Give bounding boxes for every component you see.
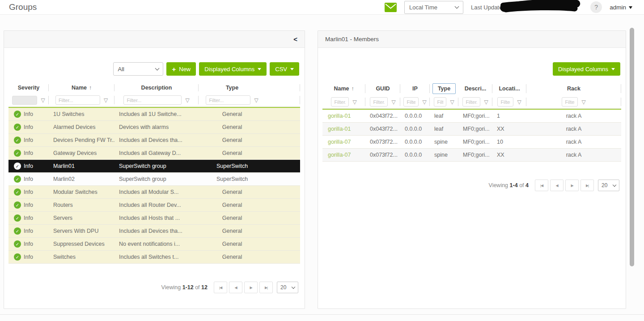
column-header-guid[interactable]: GUID: [365, 82, 400, 95]
group-type: General: [199, 134, 266, 146]
group-name: 1U Switches: [49, 108, 114, 120]
ip-filter-input[interactable]: [403, 97, 419, 107]
first-page-button[interactable]: |◀: [214, 282, 227, 293]
help-icon[interactable]: ?: [590, 1, 602, 13]
table-row[interactable]: gorilla-01 0x043f72... 0.0.0.0 leaf MF0;…: [322, 110, 621, 123]
user-name: admin: [610, 4, 626, 11]
table-row[interactable]: gorilla-07 0x073f72... 0.0.0.0 spine MF0…: [322, 136, 621, 149]
next-page-button[interactable]: ▶: [244, 282, 258, 293]
check-circle-icon: ✓: [14, 175, 21, 183]
type-filter-input[interactable]: [434, 97, 446, 107]
prev-page-button[interactable]: ◀: [229, 282, 242, 293]
group-type: SuperSwitch: [199, 160, 266, 172]
group-scope-select[interactable]: All: [113, 62, 163, 76]
table-row[interactable]: ✓Info Switches Includes all Switches t..…: [8, 251, 300, 264]
timezone-select[interactable]: Local Time: [404, 1, 463, 14]
chevron-down-icon: [629, 6, 632, 9]
group-type: General: [199, 186, 266, 198]
new-group-button[interactable]: + New: [166, 62, 196, 76]
table-row-selected[interactable]: ✓Info Marlin01 SuperSwitch group SuperSw…: [8, 160, 300, 173]
member-name-link[interactable]: gorilla-07: [322, 136, 365, 148]
chevron-down-icon: [258, 68, 261, 70]
table-row[interactable]: ✓Info Devices Pending FW Tr... Includes …: [8, 134, 300, 147]
last-page-button[interactable]: ▶|: [580, 180, 594, 191]
rack-filter-input[interactable]: [562, 97, 578, 107]
description-filter-input[interactable]: [123, 95, 182, 105]
page-size-select[interactable]: 20: [277, 282, 298, 293]
filter-funnel-icon[interactable]: ▽: [517, 99, 521, 105]
first-page-button[interactable]: |◀: [535, 180, 548, 191]
group-description: Includes all Switches t...: [114, 251, 199, 263]
column-header-severity[interactable]: Severity: [8, 82, 49, 94]
group-type: General: [199, 238, 266, 250]
filter-funnel-icon[interactable]: ▽: [581, 99, 585, 105]
csv-export-button[interactable]: CSV: [270, 62, 299, 76]
column-header-location[interactable]: Locati...: [492, 82, 526, 95]
check-circle-icon: ✓: [14, 124, 21, 131]
page-size-select[interactable]: 20: [598, 180, 619, 191]
column-header-description[interactable]: Description: [114, 82, 199, 94]
filter-funnel-icon[interactable]: ▽: [422, 99, 426, 105]
group-scope-value: All: [118, 66, 124, 73]
displayed-columns-button[interactable]: Displayed Columns: [553, 62, 620, 76]
check-circle-icon: ✓: [14, 137, 21, 144]
mail-icon[interactable]: [385, 3, 397, 12]
members-table-header: Name ↑ GUID IP Type Descri... Locati... …: [322, 82, 621, 95]
table-row[interactable]: ✓Info Marlin02 SuperSwitch group SuperSw…: [8, 173, 300, 186]
sort-ascending-icon: ↑: [89, 85, 92, 91]
member-name-link[interactable]: gorilla-07: [322, 149, 365, 161]
next-page-button[interactable]: ▶: [565, 180, 579, 191]
filter-funnel-icon[interactable]: ▽: [185, 97, 189, 103]
table-row[interactable]: ✓Info Servers Includes all Hosts that ..…: [8, 212, 300, 225]
column-header-name[interactable]: Name ↑: [49, 82, 114, 94]
column-header-type-focused[interactable]: Type: [430, 82, 458, 95]
table-row[interactable]: ✓Info Suppressed Devices No event notifi…: [8, 238, 300, 251]
member-name-link[interactable]: gorilla-01: [322, 123, 365, 135]
column-header-name[interactable]: Name ↑: [322, 82, 365, 95]
table-row[interactable]: gorilla-01 0x043f72... 0.0.0.0 leaf MF0;…: [322, 123, 621, 136]
filter-funnel-icon[interactable]: ▽: [484, 99, 488, 105]
type-filter-input[interactable]: [206, 95, 250, 105]
collapse-panel-icon[interactable]: <: [293, 35, 297, 43]
table-row[interactable]: ✓Info 1U Switches Includes all 1U Switch…: [8, 108, 300, 121]
column-header-type[interactable]: Type: [199, 82, 266, 94]
vertical-scrollbar[interactable]: [630, 28, 634, 266]
table-row[interactable]: ✓Info Servers With DPU Includes all Devi…: [8, 225, 300, 238]
table-row[interactable]: ✓Info Gateway Devices Includes all Gatew…: [8, 147, 300, 160]
guid-filter-input[interactable]: [370, 97, 388, 107]
groups-table-body: ✓Info 1U Switches Includes all 1U Switch…: [8, 107, 300, 264]
column-header-description[interactable]: Descri...: [458, 82, 492, 95]
filter-funnel-icon[interactable]: ▽: [450, 99, 454, 105]
table-row[interactable]: ✓Info Routers Includes all Router Dev...…: [8, 199, 300, 212]
table-row[interactable]: ✓Info Alarmed Devices Devices with alarm…: [8, 121, 300, 134]
timezone-selected-value: Local Time: [409, 4, 437, 11]
filter-funnel-icon[interactable]: ▽: [254, 97, 258, 103]
sort-ascending-icon: ↑: [352, 86, 354, 92]
column-header-rack[interactable]: Rack: [526, 82, 621, 95]
name-filter-input[interactable]: [55, 95, 100, 105]
filter-funnel-icon[interactable]: ▽: [391, 99, 395, 105]
name-filter-input[interactable]: [331, 97, 349, 107]
last-page-button[interactable]: ▶|: [259, 282, 273, 293]
displayed-columns-button[interactable]: Displayed Columns: [199, 62, 267, 76]
location-filter-input[interactable]: [497, 97, 513, 107]
group-description: Includes all 1U Switche...: [114, 108, 199, 120]
check-circle-icon: ✓: [14, 201, 21, 209]
filter-funnel-icon[interactable]: ▽: [352, 99, 356, 105]
group-type: SuperSwitch: [199, 173, 266, 185]
members-table-body: gorilla-01 0x043f72... 0.0.0.0 leaf MF0;…: [322, 109, 621, 162]
table-row[interactable]: gorilla-07 0x073f72... 0.0.0.0 spine MF0…: [322, 149, 621, 162]
column-header-ip[interactable]: IP: [400, 82, 430, 95]
members-pagination: Viewing 1-4 of 4 |◀ ◀ ▶ ▶| 20: [324, 180, 619, 191]
check-circle-icon: ✓: [14, 150, 21, 157]
top-bar: Groups Local Time Last Update: [0, 0, 644, 15]
description-filter-input[interactable]: [462, 97, 480, 107]
group-name: Marlin01: [49, 160, 114, 172]
filter-funnel-icon[interactable]: ▽: [41, 97, 45, 103]
user-menu[interactable]: admin: [610, 4, 632, 11]
groups-panel-header: <: [4, 31, 305, 48]
prev-page-button[interactable]: ◀: [550, 180, 564, 191]
table-row[interactable]: ✓Info Modular Switches Includes all Modu…: [8, 186, 300, 199]
filter-funnel-icon[interactable]: ▽: [104, 97, 108, 103]
member-name-link[interactable]: gorilla-01: [322, 110, 365, 122]
